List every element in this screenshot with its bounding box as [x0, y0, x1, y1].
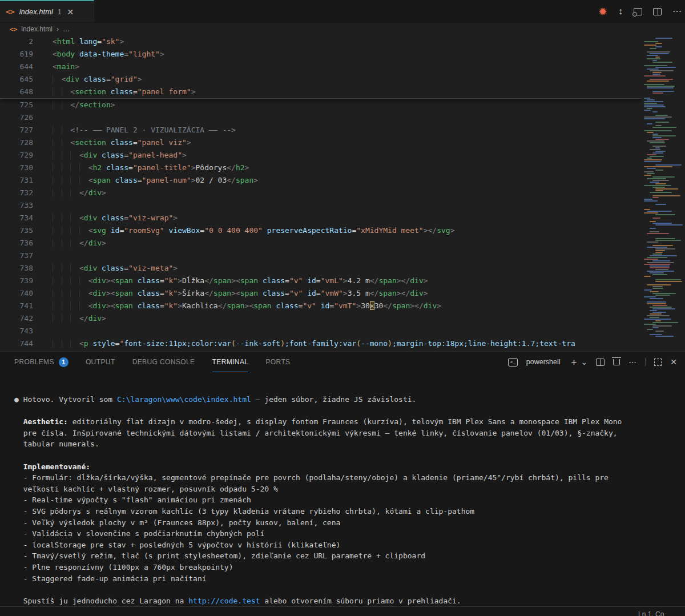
terminal-link[interactable]: http://code.test: [188, 597, 260, 605]
panel-tab-debug-console[interactable]: DEBUG CONSOLE: [132, 352, 195, 372]
line-number: 740: [0, 287, 33, 300]
code-line[interactable]: 730 <h2 class="panel-title">Pôdorys</h2>: [0, 162, 642, 174]
panel-tab-label: OUTPUT: [86, 358, 115, 366]
code-line[interactable]: 736 </div>: [0, 237, 642, 249]
minimap-line: [644, 118, 665, 119]
split-terminal-icon[interactable]: [596, 359, 605, 366]
minimap-line: [652, 180, 669, 181]
terminal-output[interactable]: ● Hotovo. Vytvoril som C:\laragon\www\co…: [0, 372, 685, 606]
minimap-line: [652, 305, 667, 306]
minimap-line: [652, 127, 676, 128]
minimap-line: [655, 151, 666, 152]
code-line[interactable]: 619<body data-theme="light">: [0, 48, 642, 61]
code-line[interactable]: 644<main>: [0, 61, 642, 73]
code-line-content: <div><span class="k">Kachlica</span><spa…: [33, 300, 642, 312]
minimap-line: [644, 212, 658, 214]
line-number: 732: [0, 187, 33, 199]
minimap-line: [644, 259, 658, 260]
code-line[interactable]: 725 </section>: [0, 99, 642, 111]
panel-tab-label: DEBUG CONSOLE: [132, 358, 195, 366]
code-line[interactable]: 734 <div class="viz-wrap">: [0, 212, 642, 224]
minimap-line: [655, 147, 660, 148]
terminal-line: - Formulár: dĺžka/šírka/výška, segmentov…: [14, 472, 685, 484]
minimap-line: [652, 187, 665, 188]
panel-tab-output[interactable]: OUTPUT: [86, 352, 115, 372]
code-line[interactable]: 738 <div class="viz-meta">: [0, 262, 642, 275]
code-line-content: [33, 199, 642, 212]
kill-terminal-icon[interactable]: [613, 359, 620, 365]
minimap-line: [655, 214, 675, 215]
code-line[interactable]: 645 <div class="grid">: [0, 73, 642, 86]
minimap-line: [647, 271, 674, 272]
move-vertical-icon[interactable]: ↕: [618, 7, 623, 16]
panel-tab-problems[interactable]: PROBLEMS1: [14, 352, 68, 372]
code-lines: 725 </section>726 727 <!-- —— PANEL 2 · …: [0, 99, 642, 350]
minimap-line: [644, 101, 663, 102]
code-line[interactable]: 733: [0, 199, 642, 212]
code-line[interactable]: 742 </div>: [0, 312, 642, 325]
minimap-line: [655, 57, 660, 58]
minimap-line: [652, 253, 662, 255]
code-line[interactable]: 728 <section class="panel viz">: [0, 136, 642, 149]
close-panel-icon[interactable]: ✕: [670, 358, 677, 366]
minimap-line: [647, 241, 658, 243]
minimap-line: [647, 168, 656, 169]
minimap-line: [650, 317, 659, 318]
code-editor[interactable]: 2<html lang="sk">619<body data-theme="li…: [0, 35, 642, 351]
maximize-panel-icon[interactable]: [654, 359, 662, 366]
terminal-line: pre čísla. Inšpirované technickými dátov…: [14, 428, 685, 439]
minimap-line: [655, 224, 683, 226]
sticky-scroll: 2<html lang="sk">619<body data-theme="li…: [0, 35, 642, 99]
launch-profile-chevron-icon[interactable]: ⌄: [581, 358, 588, 366]
minimap-line: [650, 70, 674, 71]
split-editor-icon[interactable]: [653, 8, 662, 15]
code-line[interactable]: 744 <p style="font-size:11px;color:var(-…: [0, 337, 642, 350]
status-strip: Ln 1, Co: [0, 606, 685, 616]
breadcrumb-file[interactable]: index.html: [21, 25, 53, 33]
code-line[interactable]: 741 <div><span class="k">Kachlica</span>…: [0, 300, 642, 312]
minimap-line: [647, 303, 666, 304]
code-line[interactable]: 727 <!-- —— PANEL 2 · VIZUALIZÁCIA —— --…: [0, 124, 642, 136]
panel-tab-terminal[interactable]: TERMINAL: [212, 352, 249, 372]
minimap-line: [655, 252, 663, 253]
code-line[interactable]: 732 </div>: [0, 187, 642, 199]
starburst-extension-icon[interactable]: ✹: [598, 6, 607, 17]
minimap-line: [647, 69, 659, 70]
terminal-line: [14, 584, 685, 595]
minimap-line: [655, 188, 678, 190]
shell-name[interactable]: powershell: [526, 358, 561, 366]
panel-tab-ports[interactable]: PORTS: [265, 352, 290, 372]
more-actions-icon[interactable]: ⋯: [672, 7, 682, 16]
code-line[interactable]: 739 <div><span class="k">Dĺžka</span><sp…: [0, 275, 642, 287]
code-line[interactable]: 735 <svg id="roomSvg" viewBox="0 0 400 4…: [0, 224, 642, 237]
tab-close-icon[interactable]: ✕: [67, 7, 74, 17]
minimap-gap: [642, 226, 685, 228]
code-line[interactable]: 2<html lang="sk">: [0, 35, 642, 48]
code-line[interactable]: 737: [0, 249, 642, 262]
code-line[interactable]: 729 <div class="panel-head">: [0, 149, 642, 162]
new-terminal-icon[interactable]: +: [571, 357, 577, 367]
minimap-line: [655, 183, 666, 184]
terminal-link[interactable]: C:\laragon\www\code\index.html: [117, 395, 251, 404]
code-line[interactable]: 648 <section class="panel form">: [0, 86, 642, 98]
code-line[interactable]: 740 <div><span class="k">Šírka</span><sp…: [0, 287, 642, 300]
line-number: 737: [0, 249, 33, 262]
minimap-line: [655, 279, 681, 280]
minimap-line: [650, 192, 672, 193]
minimap-line: [644, 161, 661, 162]
minimap-line: [647, 132, 654, 133]
minimap-line: [647, 99, 655, 100]
open-changes-icon[interactable]: [634, 8, 642, 15]
breadcrumb-more[interactable]: …: [63, 25, 70, 33]
tab-index-html[interactable]: <> index.html 1 ✕: [0, 0, 94, 22]
code-line[interactable]: 726: [0, 111, 642, 124]
minimap-line: [647, 80, 669, 82]
code-line-content: <div><span class="k">Dĺžka</span><span c…: [33, 275, 642, 287]
minimap[interactable]: [642, 35, 685, 351]
minimap-line: [655, 240, 681, 241]
terminal-line: [14, 450, 685, 461]
code-line[interactable]: 743: [0, 325, 642, 337]
code-line-content: <body data-theme="light">: [33, 48, 642, 61]
code-line[interactable]: 731 <span class="panel-num">02 / 03</spa…: [0, 174, 642, 187]
terminal-more-icon[interactable]: ⋯: [628, 358, 636, 366]
